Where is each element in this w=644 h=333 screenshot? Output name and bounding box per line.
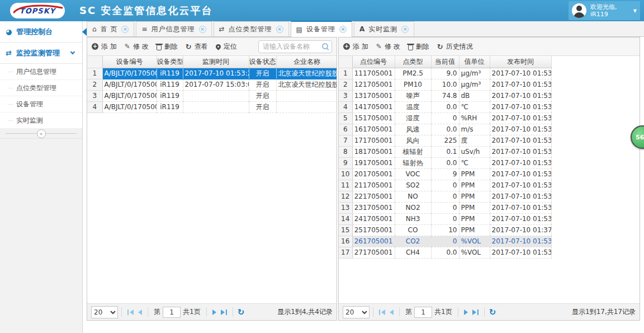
edit-button[interactable]: ✎ 修 改 bbox=[376, 42, 400, 51]
table-row[interactable]: 3A/BJLT/0/1705003iR119开启 bbox=[87, 90, 337, 101]
table-cell[interactable] bbox=[183, 90, 249, 101]
first-page-button[interactable] bbox=[379, 309, 385, 315]
sidebar-item-console[interactable]: ◕ 管理控制台 bbox=[0, 21, 82, 43]
table-cell[interactable]: 10 bbox=[431, 224, 459, 236]
table-cell[interactable]: iR119 bbox=[157, 90, 183, 101]
table-cell[interactable]: 201705001 bbox=[352, 168, 395, 180]
table-cell[interactable]: A/BJLT/0/1705003 bbox=[102, 90, 157, 101]
table-cell[interactable]: 0.0 bbox=[431, 101, 459, 112]
table-cell[interactable]: VOC bbox=[395, 168, 431, 180]
table-cell[interactable]: 0 bbox=[431, 202, 459, 213]
table-cell[interactable]: NO bbox=[395, 191, 431, 202]
table-cell[interactable]: μg/m³ bbox=[459, 79, 490, 90]
column-header[interactable]: 监测时间 bbox=[183, 56, 249, 68]
delete-button[interactable]: 删除 bbox=[157, 42, 178, 51]
table-cell[interactable]: %VOL bbox=[459, 247, 490, 258]
table-row[interactable]: 5151705001湿度0%RH2017-07-10 01:53:22 bbox=[339, 112, 551, 124]
table-cell[interactable]: iR119 bbox=[157, 79, 183, 90]
column-header[interactable]: 当前值 bbox=[431, 56, 459, 68]
table-row[interactable]: 15251705001CO10PPM2017-07-10 01:37:01 bbox=[339, 224, 551, 236]
table-row[interactable]: 7171705001风向225度2017-07-10 01:53:21 bbox=[339, 135, 551, 146]
table-cell[interactable]: 风速 bbox=[395, 124, 431, 135]
close-icon[interactable]: × bbox=[199, 26, 206, 33]
table-cell[interactable]: 74.8 bbox=[431, 90, 459, 101]
table-cell[interactable]: ℃ bbox=[459, 101, 490, 112]
table-cell[interactable]: 241705001 bbox=[352, 213, 395, 224]
table-cell[interactable]: 191705001 bbox=[352, 157, 395, 168]
table-cell[interactable]: NH3 bbox=[395, 213, 431, 224]
add-button[interactable]: + 添 加 bbox=[92, 42, 117, 51]
table-row[interactable]: 8181705001核辐射0.1uSv/h2017-07-10 01:53:21 bbox=[339, 146, 551, 157]
table-cell[interactable]: 131705001 bbox=[352, 90, 395, 101]
table-cell[interactable]: SO2 bbox=[395, 180, 431, 191]
column-header[interactable]: 发布时间 bbox=[490, 56, 551, 68]
table-cell[interactable]: 0.0 bbox=[431, 247, 459, 258]
search-icon[interactable] bbox=[322, 43, 329, 50]
column-header[interactable]: 点类型 bbox=[395, 56, 431, 68]
close-icon[interactable]: × bbox=[276, 26, 283, 33]
collapse-icon[interactable]: « bbox=[37, 129, 46, 138]
history-button[interactable]: ↻ 历史情况 bbox=[437, 42, 473, 51]
table-row[interactable]: 1A/BJLT/0/1705001iR1192017-07-10 01:53:2… bbox=[87, 68, 337, 79]
table-row[interactable]: 3131705001噪声74.8dB2017-07-10 01:53:22 bbox=[339, 90, 551, 101]
add-button[interactable]: + 添 加 bbox=[343, 42, 368, 51]
table-row[interactable]: 13231705001NO20PPM2017-07-10 01:53:22 bbox=[339, 202, 551, 213]
table-cell[interactable]: 221705001 bbox=[352, 191, 395, 202]
table-cell[interactable]: PPM bbox=[459, 191, 490, 202]
table-cell[interactable]: 2017-07-10 01:53:21 bbox=[490, 191, 551, 202]
locate-button[interactable]: 定位 bbox=[216, 42, 237, 51]
table-cell[interactable]: m/s bbox=[459, 124, 490, 135]
table-cell[interactable]: NO2 bbox=[395, 202, 431, 213]
prev-page-button[interactable] bbox=[138, 309, 142, 315]
last-page-button[interactable] bbox=[472, 309, 479, 315]
table-cell[interactable]: 2017-07-10 01:53:22 bbox=[490, 168, 551, 180]
table-cell[interactable]: 181705001 bbox=[352, 146, 395, 157]
table-cell[interactable]: CO bbox=[395, 224, 431, 236]
table-cell[interactable]: 251705001 bbox=[352, 224, 395, 236]
table-cell[interactable]: 0 bbox=[431, 180, 459, 191]
page-size-select[interactable]: 20 bbox=[343, 306, 370, 318]
tab-device-mgmt[interactable]: ▤ 设备管理 × bbox=[291, 21, 352, 37]
close-icon[interactable]: × bbox=[339, 26, 347, 33]
chevron-down-icon[interactable]: ▼ bbox=[633, 8, 637, 13]
table-cell[interactable]: CO2 bbox=[395, 236, 431, 247]
table-cell[interactable] bbox=[183, 101, 249, 112]
close-icon[interactable]: × bbox=[401, 26, 409, 33]
tab-realtime[interactable]: A 实时监测 × bbox=[354, 21, 414, 36]
table-row[interactable]: 6161705001风速0.0m/s2017-07-10 01:53:21 bbox=[339, 124, 551, 135]
next-page-button[interactable] bbox=[212, 309, 216, 315]
table-cell[interactable]: 2017-07-10 01:37:01 bbox=[490, 224, 551, 236]
table-cell[interactable]: 0.0 bbox=[431, 124, 459, 135]
table-cell[interactable]: 0 bbox=[431, 236, 459, 247]
sidebar-collapse-button[interactable]: « bbox=[0, 129, 82, 139]
table-cell[interactable]: A/BJLT/0/1705001 bbox=[102, 68, 157, 79]
page-size-select[interactable]: 20 bbox=[91, 306, 118, 318]
table-cell[interactable]: 151705001 bbox=[352, 112, 395, 124]
table-cell[interactable]: 261705001 bbox=[352, 236, 395, 247]
table-cell[interactable]: PPM bbox=[459, 168, 490, 180]
table-row[interactable]: 1111705001PM2.59.0μg/m³2017-07-10 01:53:… bbox=[339, 68, 551, 79]
table-cell[interactable]: 2017-07-10 01:53:22 bbox=[490, 180, 551, 191]
table-cell[interactable]: 0.0 bbox=[431, 157, 459, 168]
page-input[interactable] bbox=[414, 307, 432, 318]
table-cell[interactable]: 开启 bbox=[249, 90, 276, 101]
sidebar-item-point-type[interactable]: 点位类型管理 bbox=[0, 80, 82, 96]
table-cell[interactable]: 辐射热 bbox=[395, 157, 431, 168]
table-cell[interactable]: 开启 bbox=[249, 79, 276, 90]
table-cell[interactable] bbox=[276, 90, 337, 101]
table-row[interactable]: 4141705001温度0.0℃2017-07-10 01:53:22 bbox=[339, 101, 551, 112]
table-row[interactable]: 2121705001PM1010.0μg/m³2017-07-10 01:53:… bbox=[339, 79, 551, 90]
table-cell[interactable]: 271705001 bbox=[352, 247, 395, 258]
table-cell[interactable]: PPM bbox=[459, 224, 490, 236]
table-cell[interactable]: 161705001 bbox=[352, 124, 395, 135]
sidebar-item-user-info[interactable]: 用户信息管理 bbox=[0, 64, 82, 80]
refresh-icon[interactable]: ↻ bbox=[489, 307, 496, 317]
view-button[interactable]: ↻ 查看 bbox=[186, 42, 208, 51]
table-cell[interactable]: 9 bbox=[431, 168, 459, 180]
table-cell[interactable]: 2017-07-10 01:53:22 bbox=[490, 68, 551, 79]
tab-user-info[interactable]: ≡ 用户信息管理 × bbox=[136, 21, 211, 36]
table-cell[interactable]: 噪声 bbox=[395, 90, 431, 101]
column-header[interactable]: 设备状态 bbox=[249, 56, 276, 68]
table-cell[interactable]: 温度 bbox=[395, 101, 431, 112]
table-cell[interactable]: 核辐射 bbox=[395, 146, 431, 157]
